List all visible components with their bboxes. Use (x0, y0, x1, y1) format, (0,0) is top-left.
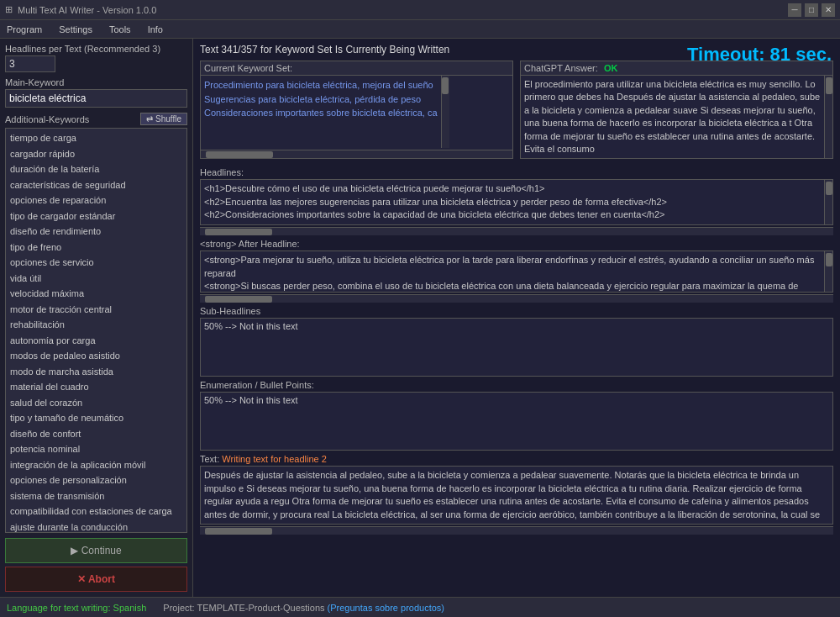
menu-program[interactable]: Program (3, 23, 45, 36)
chatgpt-answer-content: El procedimiento para utilizar una bicic… (521, 76, 824, 158)
keyword-item: duración de la batería (8, 161, 185, 177)
keyword-item: opciones de servicio (8, 255, 185, 271)
keyword-item: ajuste durante la conducción (8, 519, 185, 534)
project-label: Project: (163, 603, 194, 613)
writing-dynamic-label: Writing text for headline 2 (222, 454, 327, 464)
enum-box: 50% --> Not in this text (200, 392, 833, 451)
keyword-item: opciones de personalización (8, 472, 185, 488)
sub-headlines-label: Sub-Headlines (200, 306, 833, 316)
writing-text-content: Después de ajustar la asistencia al peda… (204, 469, 829, 525)
keyword-item: material del cuadro (8, 379, 185, 395)
menu-info[interactable]: Info (144, 23, 166, 36)
keyword-item: salud del corazón (8, 395, 185, 411)
enum-label: Enumeration / Bullet Points: (200, 380, 833, 390)
language-value: Spanish (113, 603, 147, 613)
headlines-input[interactable] (5, 55, 55, 72)
close-button[interactable]: ✕ (822, 3, 835, 17)
left-panel: Headlines per Text (Recommended 3) Main-… (0, 39, 193, 597)
language-label: Language for text writing: (7, 603, 111, 613)
sub-headlines-box: 50% --> Not in this text (200, 318, 833, 377)
keyword-set-item-2: Sugerencias para bicicleta eléctrica, pé… (204, 92, 438, 107)
shuffle-icon: ⇄ (146, 114, 153, 124)
keyword-item: tipo de freno (8, 240, 185, 256)
main-keyword-label: Main-Keyword (5, 77, 187, 87)
project-name: TEMPLATE-Product-Questions (197, 603, 325, 613)
keyword-item: rehabilitación (8, 317, 185, 333)
project-status: Project: TEMPLATE-Product-Questions (Pre… (163, 603, 444, 613)
main-keyword-value: bicicleta eléctrica (5, 89, 187, 108)
keywords-list: tiempo de cargacargador rápidoduración d… (5, 128, 187, 533)
shuffle-label: Shuffle (155, 114, 181, 124)
maximize-button[interactable]: □ (805, 3, 818, 17)
status-bar-bottom: Language for text writing: Spanish Proje… (0, 597, 840, 617)
keyword-item: integración de la aplicación móvil (8, 457, 185, 473)
chatgpt-answer-panel: ChatGPT Answer: OK El procedimiento para… (520, 61, 833, 159)
keyword-item: velocidad máxima (8, 286, 185, 302)
keyword-set-label: Current Keyword Set: (201, 61, 512, 76)
keyword-item: opciones de reparación (8, 192, 185, 208)
writing-text-section-label: Text: Writing text for headline 2 (200, 454, 833, 464)
text-static-label: Text: (200, 454, 219, 464)
keyword-set-content: Procedimiento para bicicleta eléctrica, … (201, 76, 441, 148)
ok-badge: OK (604, 63, 618, 73)
keyword-item: autonomía por carga (8, 333, 185, 349)
keyword-item: tiempo de carga (8, 130, 185, 146)
keyword-set-item-3: Consideraciones importantes sobre bicicl… (204, 106, 438, 120)
keyword-item: motor de tracción central (8, 302, 185, 318)
after-headline-label: <strong> After Headline: (200, 239, 833, 249)
title-bar: ⊞ Multi Text AI Writer - Version 1.0.0 ─… (0, 0, 840, 20)
app-title: Multi Text AI Writer - Version 1.0.0 (18, 5, 156, 15)
additional-keywords-label: Additional-Keywords (5, 114, 89, 124)
keyword-item: tipo y tamaño de neumático (8, 410, 185, 426)
enum-content: 50% --> Not in this text (204, 395, 829, 405)
keyword-item: diseño de rendimiento (8, 224, 185, 240)
project-sub: (Preguntas sobre productos) (328, 603, 444, 613)
keyword-item: potencia nominal (8, 441, 185, 457)
keyword-item: modos de pedaleo asistido (8, 348, 185, 364)
keyword-item: modo de marcha asistida (8, 364, 185, 380)
keyword-item: diseño de confort (8, 426, 185, 442)
right-panel: Timeout: 81 sec. Text 341/357 for Keywor… (193, 39, 840, 597)
keyword-item: compatibilidad con estaciones de carga (8, 504, 185, 519)
headlines-per-text-label: Headlines per Text (Recommended 3) (5, 44, 187, 54)
keyword-set-panel: Current Keyword Set: Procedimiento para … (200, 61, 513, 159)
menu-settings[interactable]: Settings (55, 23, 96, 36)
continue-button[interactable]: ▶ Continue (5, 538, 187, 563)
minimize-button[interactable]: ─ (788, 3, 801, 17)
headlines-content: <h1>Descubre cómo el uso de una biciclet… (204, 182, 829, 221)
writing-text-box: Después de ajustar la asistencia al peda… (200, 466, 833, 525)
headlines-box: <h1>Descubre cómo el uso de una biciclet… (200, 179, 833, 225)
keyword-item: cargador rápido (8, 146, 185, 162)
menu-tools[interactable]: Tools (106, 23, 134, 36)
abort-button[interactable]: ✕ Abort (5, 567, 187, 592)
language-status: Language for text writing: Spanish (7, 603, 146, 613)
app-icon: ⊞ (5, 4, 13, 15)
keyword-item: vida útil (8, 271, 185, 287)
shuffle-button[interactable]: ⇄ Shuffle (140, 113, 187, 125)
menu-bar: Program Settings Tools Info (0, 20, 840, 39)
after-headline-content: <strong>Para mejorar tu sueño, utiliza t… (204, 254, 829, 293)
timeout-display: Timeout: 81 sec. (687, 44, 832, 66)
keyword-set-item-1: Procedimiento para bicicleta eléctrica, … (204, 78, 438, 92)
keyword-item: tipo de cargador estándar (8, 208, 185, 224)
headlines-section-label: Headlines: (200, 167, 833, 177)
after-headline-box: <strong>Para mejorar tu sueño, utiliza t… (200, 250, 833, 293)
sub-headlines-content: 50% --> Not in this text (204, 321, 829, 331)
keyword-item: características de seguridad (8, 177, 185, 193)
keyword-item: sistema de transmisión (8, 488, 185, 504)
